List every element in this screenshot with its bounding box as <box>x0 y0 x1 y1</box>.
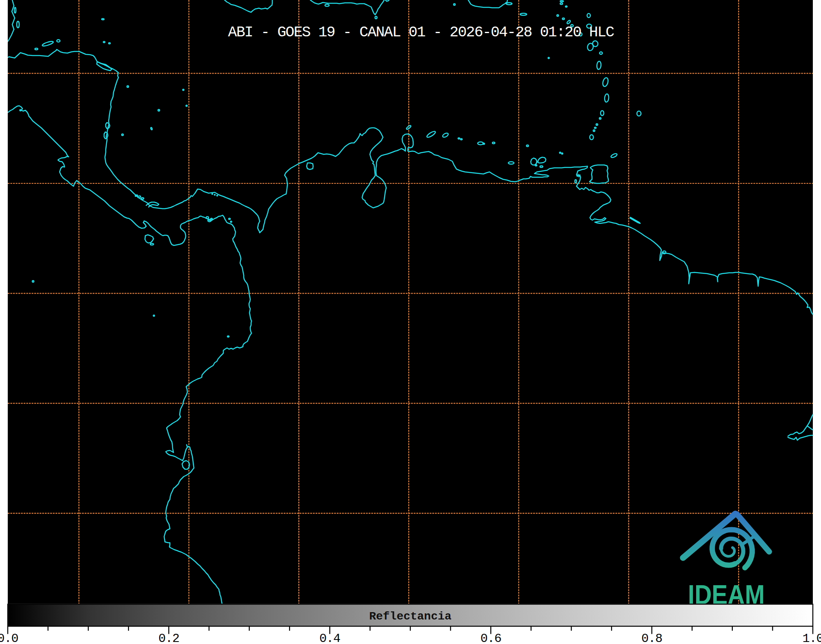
svg-text:Reflectancia: Reflectancia <box>369 610 452 623</box>
svg-text:0.0: 0.0 <box>0 632 18 644</box>
svg-text:0.4: 0.4 <box>319 632 340 644</box>
svg-text:0.6: 0.6 <box>481 632 501 644</box>
svg-text:0.2: 0.2 <box>158 632 179 644</box>
svg-text:0.8: 0.8 <box>641 632 662 644</box>
svg-text:1.0: 1.0 <box>802 632 821 644</box>
svg-text:ABI - GOES 19 - CANAL 01 - 202: ABI - GOES 19 - CANAL 01 - 2026-04-28 01… <box>228 24 614 41</box>
